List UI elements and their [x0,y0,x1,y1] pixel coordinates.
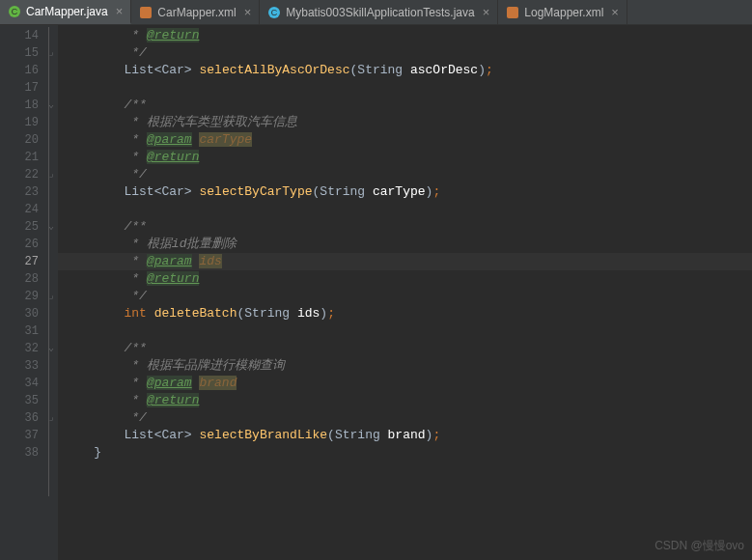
line-number: 33 [0,357,58,375]
line-number: 22⌟ [0,166,58,183]
code-line: */ [58,409,752,427]
fold-start-icon[interactable]: ⌄ [48,97,54,114]
line-number: 16 [0,62,58,79]
code-line: * @return [58,270,752,288]
line-number: 27 [0,253,58,270]
code-line [58,322,752,340]
code-line: * 根据车品牌进行模糊查询 [58,357,752,375]
line-number: 23 [0,183,58,201]
svg-rect-5 [507,7,518,18]
fold-end-icon[interactable]: ⌟ [48,409,54,427]
fold-end-icon[interactable]: ⌟ [48,44,54,62]
code-line [58,201,752,218]
code-line: * @return [58,27,752,44]
line-number: 30 [0,305,58,322]
code-line: List<Car> selectByBrandLike(String brand… [58,427,752,444]
code-line: * @param carType [58,131,752,149]
line-number: 28 [0,270,58,288]
code-line: * @return [58,392,752,409]
code-line: List<Car> selectAllByAscOrDesc(String as… [58,62,752,79]
line-number: 26 [0,236,58,253]
line-number: 37 [0,427,58,444]
tab-label: CarMapper.java [26,5,108,18]
line-number: 31 [0,322,58,340]
fold-start-icon[interactable]: ⌄ [48,218,54,236]
close-icon[interactable]: × [611,5,619,19]
code-line: /** [58,97,752,114]
line-number: 24 [0,201,58,218]
line-number: 32⌄ [0,340,58,357]
line-number: 15⌟ [0,44,58,62]
fold-end-icon[interactable]: ⌟ [48,288,54,305]
close-icon[interactable]: × [483,5,490,19]
tab-label: LogMapper.xml [524,6,603,19]
code-line: * @param ids [58,253,752,270]
editor-tabs: C CarMapper.java × CarMapper.xml × C Myb… [0,0,752,25]
line-number: 25⌄ [0,218,58,236]
code-line: * 根据id批量删除 [58,236,752,253]
xml-file-icon [139,6,153,19]
line-number: 29⌟ [0,288,58,305]
code-line: List<Car> selectByCarType(String carType… [58,183,752,201]
xml-file-icon [506,6,519,19]
fold-start-icon[interactable]: ⌄ [48,340,54,357]
code-line: /** [58,218,752,236]
code-line: int deleteBatch(String ids); [58,305,752,322]
java-class-icon: C [267,6,281,19]
code-line [58,79,752,97]
java-class-icon: C [8,5,21,18]
tab-tests-java[interactable]: C Mybatis003SkillApplicationTests.java × [260,0,498,24]
line-number: 17 [0,79,58,97]
line-number: 35 [0,392,58,409]
code-line: */ [58,288,752,305]
line-number: 19 [0,114,58,131]
svg-text:C: C [12,7,18,16]
line-number: 18⌄ [0,97,58,114]
svg-text:C: C [271,8,278,17]
tab-carmapper-java[interactable]: C CarMapper.java × [0,0,131,24]
code-line: */ [58,44,752,62]
line-number: 14 [0,27,58,44]
code-line: * @param brand [58,375,752,392]
code-editor[interactable]: 14 15⌟ 16 17 18⌄ 19 20 21 22⌟ 23 24 25⌄ … [0,25,752,560]
tab-label: CarMapper.xml [157,6,236,19]
tab-logmapper-xml[interactable]: LogMapper.xml × [498,0,627,24]
line-number: 36⌟ [0,409,58,427]
code-line: */ [58,166,752,183]
code-line: * 根据汽车类型获取汽车信息 [58,114,752,131]
svg-rect-2 [140,7,152,18]
code-line: /** [58,340,752,357]
fold-end-icon[interactable]: ⌟ [48,166,54,183]
close-icon[interactable]: × [244,5,252,19]
tab-label: Mybatis003SkillApplicationTests.java [286,6,474,19]
line-number: 34 [0,375,58,392]
code-line: * @return [58,149,752,166]
code-line: } [58,444,752,462]
close-icon[interactable]: × [116,4,124,18]
line-number: 38 [0,444,58,462]
line-number: 21 [0,149,58,166]
code-area[interactable]: * @return */ List<Car> selectAllByAscOrD… [58,25,752,560]
line-number: 20 [0,131,58,149]
tab-carmapper-xml[interactable]: CarMapper.xml × [131,0,260,24]
line-number-gutter: 14 15⌟ 16 17 18⌄ 19 20 21 22⌟ 23 24 25⌄ … [0,25,58,560]
